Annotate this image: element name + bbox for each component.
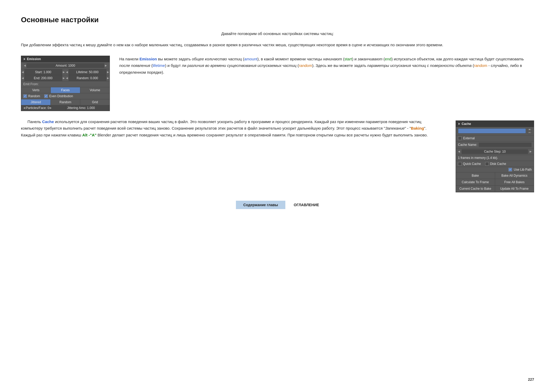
update-all-to-frame-button[interactable]: Update All To Frame bbox=[495, 186, 534, 192]
verts-button[interactable]: Verts bbox=[21, 87, 51, 93]
disk-cache-cb[interactable] bbox=[485, 162, 489, 166]
jitter-buttons-row: Jittered Random Grid bbox=[21, 99, 110, 105]
jittering-amount-field[interactable]: Jittering Amo: 1.000 bbox=[66, 105, 110, 111]
cache-info-row: 1 frames in memory (1.4 kb). bbox=[456, 155, 534, 161]
end-field[interactable]: End: 200.000 bbox=[24, 75, 62, 81]
random-arrow-right[interactable]: ▶ bbox=[107, 77, 109, 79]
quick-cache-checkbox[interactable]: Quick Cache bbox=[458, 162, 481, 166]
start-green: start bbox=[344, 57, 352, 61]
even-dist-checkbox[interactable]: ✓ Even Distribution bbox=[44, 94, 73, 98]
emission-bold: Emission bbox=[139, 57, 157, 61]
use-lib-path-label: Use Lib Path bbox=[514, 168, 532, 171]
random-arrow-left[interactable]: ◀ bbox=[66, 77, 68, 79]
quick-cache-cb[interactable] bbox=[458, 162, 462, 166]
end-italic: заканчивают bbox=[358, 57, 383, 61]
even-dist-cb-label: Even Distribution bbox=[49, 94, 73, 98]
quick-cache-label: Quick Cache bbox=[463, 162, 481, 166]
checkboxes-row: ✓ Random ✓ Even Distribution bbox=[21, 93, 110, 99]
triangle-icon bbox=[24, 58, 25, 60]
amount-field[interactable]: Amount: 1000 bbox=[26, 63, 104, 68]
baking-italic: Запекание bbox=[385, 126, 405, 130]
amount-row[interactable]: ◀ Amount: 1000 ▶ bbox=[21, 62, 110, 69]
amount-arrow-right[interactable]: ▶ bbox=[105, 64, 107, 67]
use-lib-path-row: ✓ Use Lib Path bbox=[456, 167, 534, 172]
amount-blue: amount bbox=[244, 57, 257, 61]
random-jitter-button[interactable]: Random bbox=[51, 99, 80, 105]
end-green: end bbox=[385, 57, 391, 61]
emission-blue: Emission bbox=[139, 57, 157, 61]
use-lib-path-checkbox[interactable]: ✓ bbox=[508, 168, 512, 171]
start-field[interactable]: Start: 1.000 bbox=[24, 69, 62, 75]
external-row: External bbox=[456, 135, 534, 141]
bake-row: Bake Bake All Dynamics bbox=[456, 172, 534, 179]
bottom-fields-row: ◀ Particles/Face: 0 ▶ Jittering Amo: 1.0… bbox=[21, 105, 110, 111]
ppf-arrow-left[interactable]: ◀ bbox=[23, 106, 25, 109]
calculate-to-frame-button[interactable]: Calculate To Frame bbox=[456, 179, 495, 185]
cache-step-field[interactable]: Cache Step: 10 bbox=[462, 149, 528, 154]
ppf-label: Particles/Face: 0 bbox=[26, 106, 49, 110]
step-arrow-left[interactable]: ◀ bbox=[458, 150, 460, 153]
cache-name-text: Cache Name: bbox=[458, 143, 477, 147]
cache-header-label: Cache bbox=[462, 122, 471, 126]
external-checkbox[interactable] bbox=[458, 136, 462, 140]
cache-text-col: Панель Cache используется для сохранения… bbox=[21, 118, 440, 139]
random-cb-box[interactable]: ✓ bbox=[23, 94, 27, 98]
cache-panel-header: Cache bbox=[456, 121, 534, 127]
free-all-bakes-button[interactable]: Free All Bakes bbox=[495, 179, 534, 185]
contents-button[interactable]: Содержание главы bbox=[236, 201, 285, 209]
bake-all-dynamics-button[interactable]: Bake All Dynamics bbox=[495, 172, 534, 179]
nav-row: Содержание главы ОГЛАВЛЕНИЕ bbox=[21, 201, 534, 214]
cache-name-input[interactable] bbox=[479, 142, 532, 147]
cache-minus-button[interactable]: − bbox=[528, 131, 532, 134]
start-arrow-right[interactable]: ▶ bbox=[63, 71, 65, 73]
cache-triangle-icon bbox=[458, 123, 460, 125]
faces-button[interactable]: Faces bbox=[51, 87, 80, 93]
emission-section: Emission ◀ Amount: 1000 ▶ ◀ Start: 1.000… bbox=[21, 56, 534, 111]
end-arrow-left[interactable]: ◀ bbox=[22, 77, 24, 79]
grid-button[interactable]: Grid bbox=[80, 99, 110, 105]
lifetime-arrow-left[interactable]: ◀ bbox=[66, 71, 68, 73]
cache-plus-button[interactable]: + bbox=[528, 128, 532, 131]
disk-cache-checkbox[interactable]: Disk Cache bbox=[485, 162, 506, 166]
end-random-row: ◀ End: 200.000 ▶ ◀ Random: 0.000 ▶ bbox=[21, 75, 110, 81]
random-italic: различия во времени существования испуск… bbox=[188, 63, 297, 68]
cache-plus-minus: + − bbox=[528, 128, 532, 134]
amount-italic: общее количество частиц bbox=[192, 57, 242, 61]
cache-name-label-row: Cache Name: bbox=[456, 141, 534, 148]
start-arrow-left[interactable]: ◀ bbox=[22, 71, 24, 73]
cache-name-field[interactable] bbox=[458, 128, 526, 134]
end-arrow-right[interactable]: ▶ bbox=[63, 77, 65, 79]
current-cache-to-bake-button[interactable]: Current Cache to Bake bbox=[456, 186, 495, 192]
random-field[interactable]: Random: 0.000 bbox=[69, 75, 106, 81]
amount-arrow-left[interactable]: ◀ bbox=[24, 64, 26, 67]
random-cb-label: Random bbox=[28, 94, 40, 98]
calculate-row: Calculate To Frame Free All Bakes bbox=[456, 179, 534, 186]
start-italic: начинают bbox=[323, 57, 342, 61]
bake-button[interactable]: Bake bbox=[456, 172, 495, 179]
alt-a-green: Alt -"A" bbox=[82, 133, 97, 137]
volume-button[interactable]: Volume bbox=[80, 87, 110, 93]
alt-a-bold: Alt -"A" bbox=[82, 133, 97, 137]
cache-section: Панель Cache используется для сохранения… bbox=[21, 118, 534, 192]
lifetime-field[interactable]: Lifetime: 50.000 bbox=[69, 69, 106, 75]
particles-per-face-field[interactable]: ◀ Particles/Face: 0 ▶ bbox=[21, 105, 66, 111]
cache-panel: Cache + − External Cache Name: bbox=[456, 120, 534, 192]
random2-orange: random bbox=[474, 63, 487, 68]
cache-options-row: Quick Cache Disk Cache bbox=[456, 161, 534, 167]
cache-blue: Cache bbox=[42, 119, 54, 124]
emit-type-buttons: Verts Faces Volume bbox=[21, 87, 110, 93]
baking-bold: Baking bbox=[411, 126, 424, 130]
emission-panel-header: Emission bbox=[21, 56, 110, 62]
lifetime-arrow-right[interactable]: ▶ bbox=[107, 71, 109, 73]
current-cache-row: Current Cache to Bake Update All To Fram… bbox=[456, 186, 534, 192]
jittered-button[interactable]: Jittered bbox=[21, 99, 51, 105]
emission-description: На панели Emission вы можете задать обще… bbox=[119, 56, 534, 76]
cache-description: Панель Cache используется для сохранения… bbox=[21, 118, 440, 139]
ppf-arrow-right[interactable]: ▶ bbox=[50, 106, 52, 109]
external-label: External bbox=[463, 136, 475, 140]
even-dist-cb-box[interactable]: ✓ bbox=[44, 94, 48, 98]
toc-link[interactable]: ОГЛАВЛЕНИЕ bbox=[294, 203, 319, 207]
emission-panel: Emission ◀ Amount: 1000 ▶ ◀ Start: 1.000… bbox=[21, 56, 110, 111]
random-checkbox[interactable]: ✓ Random bbox=[23, 94, 40, 98]
step-arrow-right[interactable]: ▶ bbox=[530, 150, 532, 153]
